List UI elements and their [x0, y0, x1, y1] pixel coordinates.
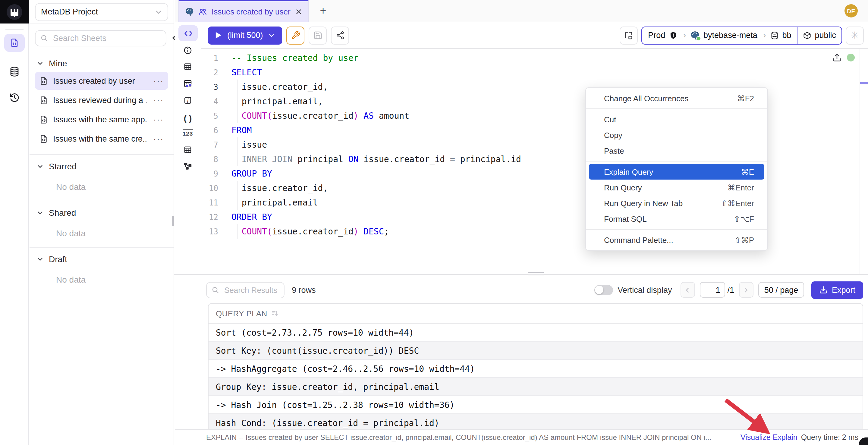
menu-item[interactable]: Change All Occurrences⌘F2 — [586, 90, 767, 106]
save-icon — [313, 31, 322, 40]
sheet-item[interactable]: Issues with the same cre...··· — [35, 130, 168, 148]
sequences-button[interactable]: 123 — [175, 129, 201, 137]
row-count: 9 rows — [292, 285, 316, 294]
breadcrumb-instance[interactable]: bytebase-meta — [690, 30, 763, 40]
vertical-display-label: Vertical display — [618, 285, 672, 294]
sheet-search-box — [35, 30, 166, 46]
breadcrumb-environment[interactable]: Prod — [648, 31, 683, 40]
sheet-group-header[interactable]: Draft — [30, 251, 174, 267]
plan-rows: Sort (cost=2.73..2.75 rows=10 width=44)S… — [209, 324, 863, 432]
menu-item[interactable]: Run Query⌘Enter — [586, 180, 767, 195]
visualize-explain-link[interactable]: Visualize Explain — [741, 433, 798, 442]
functions-button[interactable]: f — [175, 96, 201, 105]
status-bar: EXPLAIN -- Issues created by user SELECT… — [175, 429, 868, 445]
overview-ruler-marker — [860, 82, 868, 84]
menu-section: Command Palette...⇧⌘P — [586, 230, 767, 250]
line-number: 8 — [201, 155, 218, 164]
sheet-group-header[interactable]: Mine — [30, 56, 174, 71]
page-size-select[interactable]: 50 / page — [758, 282, 804, 298]
share-sheet-button[interactable] — [331, 26, 349, 44]
plan-row[interactable]: -> HashAggregate (cost=2.46..2.56 rows=1… — [209, 360, 863, 378]
page-number-input[interactable]: 1 — [700, 282, 725, 298]
line-number: 2 — [201, 68, 218, 77]
schema-cube-icon — [803, 31, 811, 39]
upload-icon[interactable] — [832, 53, 841, 64]
executed-statement: EXPLAIN -- Issues created by user SELECT… — [206, 433, 732, 442]
plan-row[interactable]: Sort (cost=2.73..2.75 rows=10 width=44) — [209, 324, 863, 342]
sheet-item[interactable]: Issues created by user··· — [35, 72, 168, 90]
results-search-input[interactable] — [223, 285, 279, 295]
code-line[interactable]: 2SELECT — [201, 65, 856, 80]
menu-item[interactable]: Explain Query⌘E — [589, 164, 764, 180]
app-logo[interactable] — [0, 0, 29, 24]
code-view-toggle[interactable] — [179, 25, 198, 41]
next-page-button[interactable] — [739, 282, 753, 298]
more-icon[interactable]: ··· — [151, 76, 164, 85]
splitter-grip-icon[interactable] — [528, 272, 544, 275]
file-code-icon — [39, 76, 48, 85]
chevron-right-icon — [743, 287, 749, 293]
sheets-sidebar: MetaDB Project MineIssues created by use… — [30, 0, 174, 445]
download-icon — [819, 286, 828, 294]
info-button[interactable] — [175, 46, 201, 55]
format-sql-button[interactable] — [287, 26, 305, 44]
breadcrumb-database[interactable]: bb — [770, 31, 797, 40]
more-icon[interactable]: ··· — [151, 134, 164, 143]
external-tables-button[interactable] — [175, 79, 201, 89]
sheet-item-label: Issues with the same app... — [53, 115, 146, 124]
views-button[interactable] — [175, 145, 201, 154]
sheet-group-header[interactable]: Starred — [30, 158, 174, 174]
procedures-button[interactable]: ( ) — [175, 113, 201, 123]
plan-row[interactable]: Sort Key: (count(issue.creator_id)) DESC — [209, 342, 863, 360]
more-icon[interactable]: ··· — [151, 96, 164, 104]
link-connection-button[interactable] — [620, 26, 638, 44]
results-splitter[interactable] — [174, 274, 868, 275]
menu-item[interactable]: Command Palette...⇧⌘P — [586, 232, 767, 248]
menu-item-shortcut: ⌘E — [741, 167, 754, 176]
wrench-icon — [291, 31, 300, 40]
query-plan-header[interactable]: QUERY PLAN — [209, 304, 863, 324]
menu-item[interactable]: Run Query in New Tab⇧⌘Enter — [586, 195, 767, 211]
menu-item-shortcut: ⌘F2 — [737, 94, 754, 103]
more-icon[interactable]: ··· — [151, 115, 164, 124]
prev-page-button[interactable] — [680, 282, 695, 298]
sheet-group-header[interactable]: Shared — [30, 205, 174, 221]
code-line[interactable]: 1-- Issues created by user — [201, 51, 856, 65]
chevron-down-icon[interactable] — [269, 32, 275, 38]
page-number: 1 — [715, 285, 720, 294]
postgresql-icon — [185, 7, 194, 16]
export-button[interactable]: Export — [811, 281, 863, 298]
rail-item-history[interactable] — [4, 89, 25, 107]
ai-assistant-button[interactable]: ✳ — [846, 26, 864, 44]
save-sheet-button[interactable] — [309, 26, 327, 44]
menu-item[interactable]: Format SQL⇧⌥F — [586, 211, 767, 227]
avatar[interactable]: DE — [844, 4, 858, 18]
sheet-item[interactable]: Issues with the same app...··· — [35, 110, 168, 128]
breadcrumb-schema[interactable]: public — [797, 27, 841, 44]
menu-item-label: Change All Occurrences — [604, 94, 688, 103]
connection-breadcrumb[interactable]: Prod › bytebase-meta › bb — [641, 26, 842, 44]
rail-item-sheets[interactable] — [4, 34, 25, 52]
sheet-item-label: Issues reviewed during a ... — [53, 96, 146, 104]
schema-diagram-button[interactable] — [175, 161, 201, 170]
close-icon[interactable] — [296, 8, 302, 15]
plan-row[interactable]: -> Hash Join (cost=1.25..2.38 rows=10 wi… — [209, 396, 863, 414]
vertical-display-toggle[interactable] — [594, 285, 613, 295]
sequence-icon: 123 — [183, 129, 193, 137]
rail-item-databases[interactable] — [4, 63, 25, 81]
menu-item[interactable]: Cut — [586, 112, 767, 127]
sheet-search-row — [30, 24, 174, 52]
plan-row[interactable]: Group Key: issue.creator_id, principal.e… — [209, 378, 863, 396]
sheet-search-input[interactable] — [52, 33, 161, 43]
sheet-group-label: Shared — [49, 208, 76, 218]
tab-issues-created-by-user[interactable]: Issues created by user — [179, 0, 309, 22]
chevron-down-icon — [37, 60, 43, 67]
project-select[interactable]: MetaDB Project — [35, 3, 168, 21]
sql-editor[interactable]: 1-- Issues created by user2SELECT3 issue… — [201, 49, 868, 274]
sheet-item[interactable]: Issues reviewed during a ...··· — [35, 91, 168, 109]
tables-button[interactable] — [175, 62, 201, 71]
run-query-button[interactable]: (limit 500) — [208, 26, 282, 44]
new-tab-button[interactable]: + — [316, 4, 330, 18]
menu-item[interactable]: Copy — [586, 127, 767, 143]
menu-item[interactable]: Paste — [586, 143, 767, 158]
